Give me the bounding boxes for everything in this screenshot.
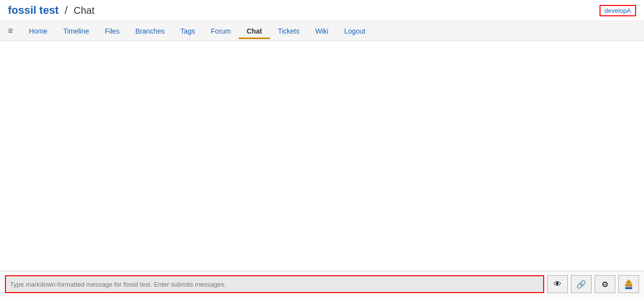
nav-forum[interactable]: Forum [203,23,239,39]
gear-icon: ⚙ [601,280,608,289]
user-badge[interactable]: developA [600,5,636,16]
upload-icon [625,279,632,289]
link-icon: 🔗 [576,280,586,289]
hamburger-menu[interactable]: ≡ [4,24,17,38]
preview-button[interactable]: 👁 [547,275,568,293]
nav-files[interactable]: Files [97,23,128,39]
page-header: fossil test / Chat developA [0,0,644,21]
title-separator: / [62,4,71,16]
chat-input-bar: 👁 🔗 ⚙ [0,271,644,297]
nav-branches[interactable]: Branches [128,23,172,39]
chat-messages-area [0,41,644,271]
nav-home[interactable]: Home [21,23,55,39]
message-input[interactable] [5,275,544,293]
current-page-label: Chat [74,5,94,16]
nav-chat[interactable]: Chat [239,23,270,39]
project-name[interactable]: fossil test [8,4,59,16]
nav-tickets[interactable]: Tickets [270,23,307,39]
upload-button[interactable] [618,275,639,293]
nav-timeline[interactable]: Timeline [55,23,97,39]
settings-button[interactable]: ⚙ [595,275,615,293]
eye-icon: 👁 [554,280,561,289]
page-title: fossil test / Chat [8,4,94,17]
navigation-bar: ≡ Home Timeline Files Branches Tags Foru… [0,21,644,41]
nav-logout[interactable]: Logout [336,23,373,39]
nav-tags[interactable]: Tags [172,23,203,39]
nav-wiki[interactable]: Wiki [307,23,336,39]
link-button[interactable]: 🔗 [571,275,592,293]
